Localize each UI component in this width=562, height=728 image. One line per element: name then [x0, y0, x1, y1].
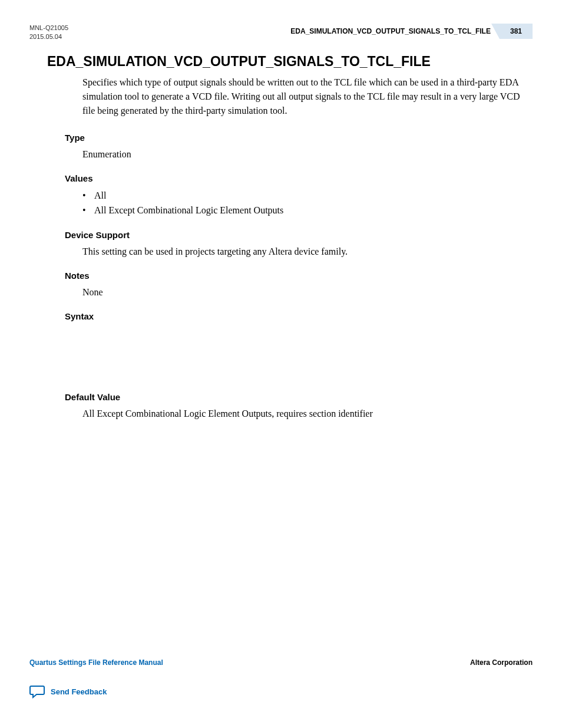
list-item: All Except Combinational Logic Element O…: [82, 203, 533, 218]
page-footer: Quartus Settings File Reference Manual A…: [29, 658, 533, 699]
header-right: EDA_SIMULATION_VCD_OUTPUT_SIGNALS_TO_TCL…: [290, 24, 533, 39]
header-title: EDA_SIMULATION_VCD_OUTPUT_SIGNALS_TO_TCL…: [290, 27, 500, 35]
main-title: EDA_SIMULATION_VCD_OUTPUT_SIGNALS_TO_TCL…: [47, 54, 533, 70]
speech-bubble-icon: [29, 684, 45, 699]
section-heading-syntax: Syntax: [65, 311, 533, 321]
section-heading-notes: Notes: [65, 271, 533, 281]
doc-date: 2015.05.04: [29, 32, 68, 41]
section-device-support: Device Support This setting can be used …: [65, 230, 533, 259]
values-list: All All Except Combinational Logic Eleme…: [82, 188, 533, 218]
section-heading-values: Values: [65, 173, 533, 183]
footer-top: Quartus Settings File Reference Manual A…: [29, 658, 533, 667]
page-number: 381: [500, 24, 533, 39]
feedback-label: Send Feedback: [51, 687, 107, 696]
section-notes: Notes None: [65, 271, 533, 299]
footer-company: Altera Corporation: [470, 658, 533, 667]
doc-id: MNL-Q21005: [29, 24, 68, 32]
section-default-value: Default Value All Except Combinational L…: [65, 392, 533, 421]
section-syntax: Syntax: [65, 311, 533, 321]
list-item: All: [82, 188, 533, 203]
description-text: Specifies which type of output signals s…: [82, 75, 527, 118]
section-content-notes: None: [82, 285, 533, 299]
page-container: MNL-Q21005 2015.05.04 EDA_SIMULATION_VCD…: [0, 0, 562, 728]
section-content-device-support: This setting can be used in projects tar…: [82, 245, 533, 259]
section-content-type: Enumeration: [82, 147, 533, 162]
header-doc-info: MNL-Q21005 2015.05.04: [29, 24, 68, 42]
footer-manual-title: Quartus Settings File Reference Manual: [29, 658, 163, 667]
send-feedback-link[interactable]: Send Feedback: [29, 684, 533, 699]
section-values: Values All All Except Combinational Logi…: [65, 173, 533, 218]
section-heading-device-support: Device Support: [65, 230, 533, 240]
page-header: MNL-Q21005 2015.05.04 EDA_SIMULATION_VCD…: [29, 24, 533, 42]
section-heading-type: Type: [65, 133, 533, 143]
section-content-default-value: All Except Combinational Logic Element O…: [82, 407, 533, 421]
section-heading-default-value: Default Value: [65, 392, 533, 402]
section-type: Type Enumeration: [65, 133, 533, 162]
